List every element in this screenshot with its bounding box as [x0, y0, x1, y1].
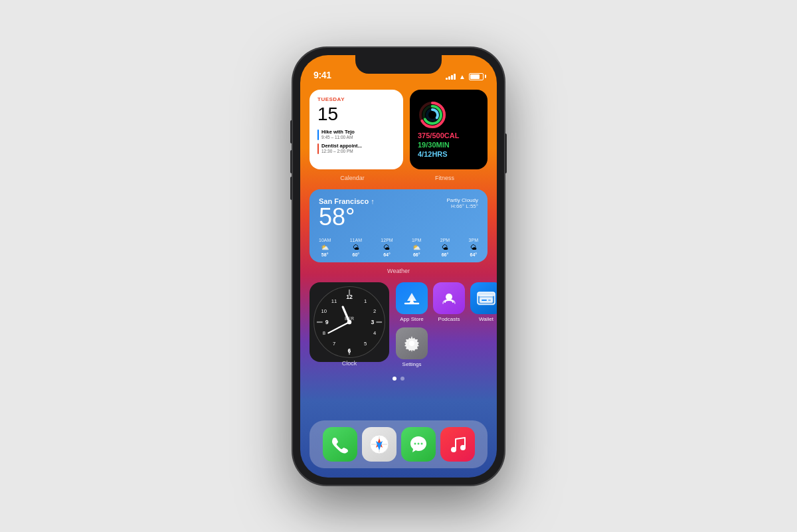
svg-text:12: 12 — [346, 294, 353, 300]
svg-point-42 — [414, 442, 416, 444]
settings-item[interactable]: Settings — [396, 327, 428, 367]
forecast-11am: 11AM 🌤 60° — [350, 238, 362, 257]
dock-safari[interactable] — [362, 427, 397, 462]
forecast-12pm: 12PM 🌤 64° — [381, 238, 393, 257]
weather-hilo: H:66° L:55° — [446, 203, 478, 209]
svg-text:8: 8 — [323, 329, 325, 335]
cal-event-2-title: Dentist appoint... — [321, 143, 362, 149]
fitness-min: 19/30MIN — [418, 141, 480, 149]
widget-labels-row-1: Calendar Fitness — [310, 171, 487, 183]
svg-rect-35 — [488, 300, 491, 301]
svg-text:7: 7 — [333, 340, 335, 346]
svg-point-43 — [417, 442, 419, 444]
music-dock-icon — [449, 435, 466, 454]
svg-point-46 — [460, 445, 466, 450]
page-dot-1 — [393, 377, 397, 381]
clock-widget[interactable]: 12 3 6 9 1 2 4 5 7 8 10 11 — [310, 282, 389, 362]
cal-event-1-title: Hike with Tejo — [321, 129, 355, 135]
cal-event-2: Dentist appoint... 12:30 – 2:00 PM — [317, 143, 395, 154]
weather-label: Weather — [387, 268, 410, 274]
wallet-item[interactable]: Wallet — [470, 282, 497, 322]
notch — [355, 55, 442, 74]
clock-apps-row: 12 3 6 9 1 2 4 5 7 8 10 11 — [310, 282, 487, 367]
page-dots — [310, 377, 487, 381]
app-store-item[interactable]: App Store — [396, 282, 428, 322]
forecast-2pm: 2PM 🌤 66° — [440, 238, 450, 257]
screen: 9:41 ▲ TUESDAY 15 — [300, 55, 497, 478]
svg-text:5: 5 — [364, 340, 367, 346]
dock-music[interactable] — [440, 427, 475, 462]
svg-point-45 — [451, 447, 456, 452]
svg-point-44 — [420, 442, 422, 444]
weather-widget[interactable]: San Francisco ↑ 58° Partly Cloudy H:66° … — [310, 189, 487, 262]
calendar-widget[interactable]: TUESDAY 15 Hike with Tejo 9:45 – 11:00 A… — [310, 90, 403, 169]
cal-day: TUESDAY — [317, 96, 395, 102]
fitness-widget[interactable]: 375/500CAL 19/30MIN 4/12HRS — [410, 90, 487, 169]
weather-condition: Partly Cloudy — [446, 197, 478, 203]
settings-icon — [396, 327, 428, 359]
cal-event-1-time: 9:45 – 11:00 AM — [321, 135, 355, 139]
page-dot-2 — [400, 377, 404, 381]
activity-rings-icon — [418, 100, 447, 130]
widget-grid: TUESDAY 15 Hike with Tejo 9:45 – 11:00 A… — [300, 84, 497, 386]
widget-row-1: TUESDAY 15 Hike with Tejo 9:45 – 11:00 A… — [310, 90, 487, 169]
status-time: 9:41 — [313, 70, 331, 80]
app-icons-grid: App Store Podcasts — [396, 282, 497, 367]
svg-text:11: 11 — [331, 298, 337, 304]
signal-icon — [446, 73, 456, 80]
svg-text:2: 2 — [373, 308, 376, 313]
wallet-label: Wallet — [479, 316, 493, 322]
svg-text:6: 6 — [348, 347, 351, 353]
app-store-icon — [396, 282, 428, 314]
cal-date: 15 — [317, 105, 395, 124]
battery-icon — [469, 73, 484, 80]
settings-label: Settings — [402, 361, 422, 367]
clock-face-icon: 12 3 6 9 1 2 4 5 7 8 10 11 — [310, 282, 389, 362]
fitness-data: 375/500CAL 19/30MIN 4/12HRS — [418, 132, 480, 158]
svg-text:9: 9 — [325, 319, 329, 325]
fitness-hrs: 4/12HRS — [418, 150, 480, 158]
fitness-label: Fitness — [435, 175, 454, 181]
podcasts-icon — [433, 282, 465, 314]
dock-phone[interactable] — [323, 427, 357, 462]
podcasts-label: Podcasts — [438, 316, 460, 322]
dock — [310, 420, 487, 468]
calendar-label: Calendar — [340, 175, 365, 181]
phone-dock-icon — [331, 435, 349, 454]
app-store-label: App Store — [400, 316, 424, 322]
forecast-10am: 10AM ⛅ 58° — [319, 238, 331, 257]
phone-shell: 9:41 ▲ TUESDAY 15 — [292, 47, 505, 486]
wifi-icon: ▲ — [459, 73, 466, 80]
svg-text:1: 1 — [364, 298, 367, 304]
status-icons: ▲ — [446, 73, 484, 80]
weather-forecast: 10AM ⛅ 58° 11AM 🌤 60° 12PM 🌤 64° — [319, 238, 478, 257]
cal-event-2-time: 12:30 – 2:00 PM — [321, 149, 362, 153]
svg-text:3: 3 — [371, 319, 374, 325]
forecast-1pm: 1PM ⛅ 66° — [412, 238, 421, 257]
clock-label: Clock — [342, 360, 357, 367]
wallet-icon — [470, 282, 497, 314]
fitness-cal: 375/500CAL — [418, 132, 480, 139]
cal-event-1: Hike with Tejo 9:45 – 11:00 AM — [317, 129, 395, 140]
podcasts-item[interactable]: Podcasts — [433, 282, 465, 322]
svg-text:4: 4 — [373, 329, 377, 335]
svg-text:10: 10 — [321, 308, 327, 313]
forecast-3pm: 3PM 🌤 64° — [469, 238, 478, 257]
weather-details: Partly Cloudy H:66° L:55° — [446, 197, 478, 209]
safari-dock-icon — [369, 434, 390, 455]
dock-messages[interactable] — [401, 427, 436, 462]
svg-rect-34 — [482, 300, 487, 301]
svg-point-27 — [347, 319, 352, 324]
messages-dock-icon — [409, 435, 428, 454]
